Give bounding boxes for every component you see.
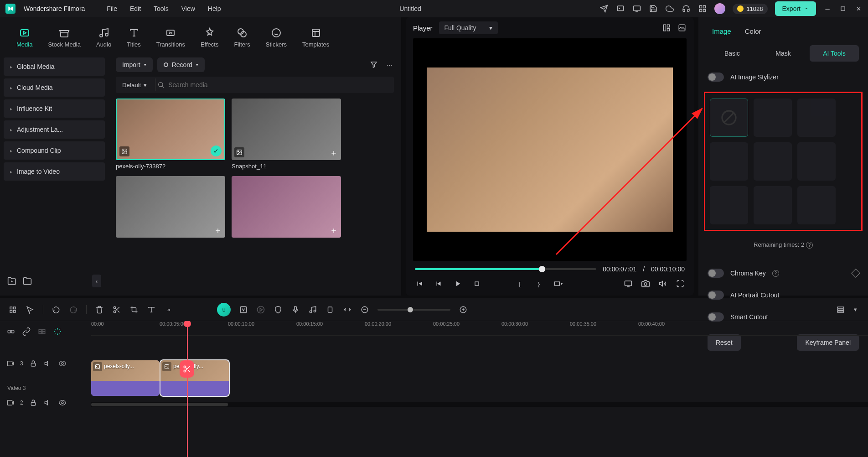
help-icon[interactable]: ? [806,242,813,249]
visibility-icon[interactable] [58,359,67,368]
style-preset[interactable] [754,99,792,137]
track-options-icon[interactable]: ▾ [851,305,860,314]
timeline-scrollbar[interactable] [91,402,868,407]
ai-assistant-button[interactable] [217,303,231,317]
export-button[interactable]: Export [775,1,816,16]
subtab-basic[interactable]: Basic [708,45,757,62]
sidebar-item-adjustment-layer[interactable]: Adjustment La... [4,120,105,139]
record-button[interactable]: Record▾ [157,57,205,72]
text-icon[interactable] [147,305,156,314]
menu-view[interactable]: View [181,5,195,12]
playhead[interactable] [187,321,188,457]
split-icon[interactable] [112,305,121,314]
lock-icon[interactable] [29,359,38,368]
cloud-icon[interactable] [665,4,674,13]
style-preset[interactable] [754,142,792,181]
import-button[interactable]: Import▾ [116,57,153,72]
magnet-icon[interactable] [8,305,17,314]
tab-filters[interactable]: Filters [234,27,250,48]
redo-icon[interactable] [69,305,78,314]
add-icon[interactable]: ＋ [329,226,338,235]
undo-icon[interactable] [52,305,61,314]
timeline-clip[interactable]: pexels-olly... [91,360,160,396]
music-icon[interactable] [308,305,317,314]
shield-icon[interactable] [274,305,283,314]
tab-audio[interactable]: Audio [96,27,111,48]
scrubber[interactable] [415,268,596,270]
marker-icon[interactable] [326,305,335,314]
search-input[interactable] [168,81,248,88]
tab-image[interactable]: Image [712,27,731,40]
style-preset[interactable] [710,142,748,181]
ai-tool-icon[interactable] [239,305,248,314]
snapshot-icon[interactable] [641,279,650,288]
fit-icon[interactable] [343,305,352,314]
style-preset[interactable] [754,186,792,224]
ratio-dropdown[interactable]: ▾ [553,279,563,288]
group-icon[interactable] [37,327,46,336]
ruler[interactable]: 00:00 00:00:05:00 00:00:10:00 00:00:15:0… [91,321,868,336]
send-icon[interactable] [599,4,609,13]
lock-icon[interactable] [29,398,38,407]
add-icon[interactable]: ＋ [329,148,338,157]
apps-icon[interactable] [698,4,707,13]
quality-dropdown[interactable]: Full Quality▾ [439,21,498,34]
prev-frame-icon[interactable] [415,279,424,288]
picture-icon[interactable] [677,23,687,32]
chroma-key-toggle[interactable] [708,269,724,278]
folder-icon[interactable] [23,276,32,286]
style-preset[interactable] [797,99,836,137]
smart-cutout-toggle[interactable] [708,312,724,322]
app1-icon[interactable] [616,4,625,13]
visibility-icon[interactable] [58,398,67,407]
mute-icon[interactable] [43,359,52,368]
screen-icon[interactable] [632,4,641,13]
subtab-ai-tools[interactable]: AI Tools [810,45,859,62]
headphones-icon[interactable] [682,4,691,13]
mute-icon[interactable] [43,398,52,407]
ai-image-stylizer-toggle[interactable] [708,73,724,82]
subtab-mask[interactable]: Mask [759,45,808,62]
sidebar-item-influence-kit[interactable]: Influence Kit [4,99,105,118]
sidebar-item-image-to-video[interactable]: Image to Video [4,162,105,181]
sidebar-item-global-media[interactable]: Global Media [4,57,105,76]
style-preset[interactable] [797,186,836,224]
tab-titles[interactable]: Titles [127,27,141,48]
menu-help[interactable]: Help [208,5,221,12]
crop-icon[interactable] [129,305,139,314]
zoom-slider[interactable] [377,309,450,311]
style-preset[interactable] [797,142,836,181]
mic-icon[interactable] [291,305,300,314]
monitor-icon[interactable] [624,279,633,288]
sidebar-item-compound-clip[interactable]: Compound Clip [4,141,105,160]
volume-icon[interactable] [658,279,667,288]
timeline-tracks[interactable]: 00:00 00:00:05:00 00:00:10:00 00:00:15:0… [91,321,868,457]
delete-icon[interactable] [95,305,104,314]
maximize-icon[interactable] [839,5,847,12]
menu-tools[interactable]: Tools [154,5,169,12]
preview-viewport[interactable] [413,38,687,261]
help-icon[interactable]: ? [772,270,779,277]
collapse-sidebar-button[interactable]: ‹ [92,275,101,287]
add-icon[interactable]: ＋ [213,226,222,235]
zoom-out-icon[interactable] [360,305,369,314]
tab-templates[interactable]: Templates [302,27,329,48]
pointer-icon[interactable] [26,305,35,314]
save-icon[interactable] [649,4,658,13]
tab-color[interactable]: Color [745,27,761,40]
close-icon[interactable]: ✕ [854,5,863,12]
more-icon[interactable]: ⋯ [385,60,394,69]
mark-in-icon[interactable]: { [515,279,524,288]
media-item[interactable]: ＋ Snapshot_11 [232,99,341,170]
tab-stock-media[interactable]: Stock Media [48,27,81,48]
credits-pill[interactable]: 11028 [733,4,767,14]
media-item[interactable]: ＋ [116,176,225,238]
zoom-in-icon[interactable] [459,305,468,314]
tab-transitions[interactable]: Transitions [156,27,185,48]
stop-icon[interactable] [472,279,481,288]
filter-icon[interactable] [369,60,378,69]
layout-icon[interactable] [662,23,671,32]
menu-edit[interactable]: Edit [130,5,141,12]
menu-file[interactable]: File [107,5,117,12]
style-none[interactable] [710,99,748,137]
